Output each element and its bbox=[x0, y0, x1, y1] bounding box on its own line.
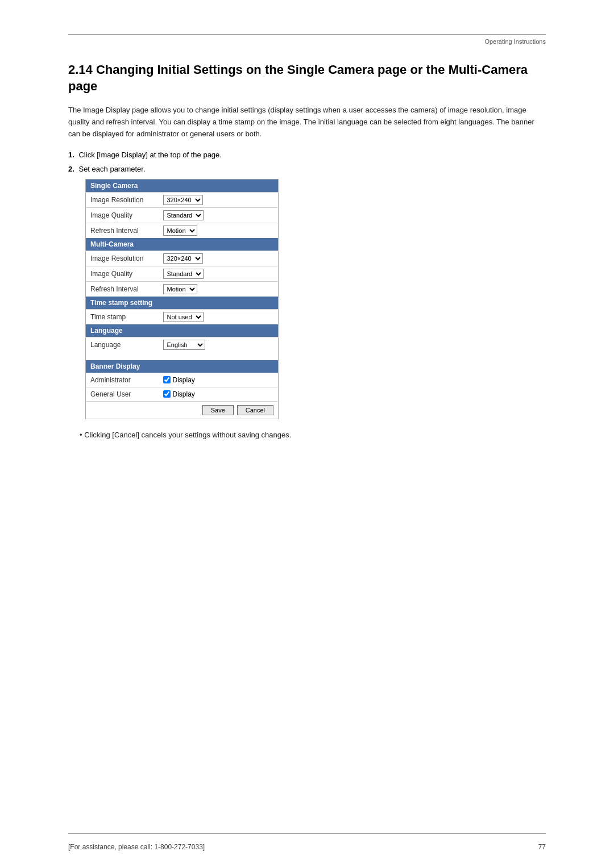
select-1-0[interactable]: 320×240640×480 bbox=[163, 253, 203, 264]
save-button[interactable]: Save bbox=[202, 405, 234, 415]
checkbox-4-0[interactable] bbox=[163, 376, 171, 383]
row-value-0-1[interactable]: StandardHighLow bbox=[160, 207, 279, 223]
footer-content: [For assistance, please call: 1-800-272-… bbox=[68, 843, 546, 851]
row-label-0-0: Image Resolution bbox=[86, 192, 160, 207]
select-1-2[interactable]: Motion1s2s5s bbox=[163, 284, 197, 294]
bullet-note: • Clicking [Cancel] cancels your setting… bbox=[80, 431, 546, 439]
row-value-2-0[interactable]: Not usedUsed bbox=[160, 309, 279, 324]
table-row: Time stampNot usedUsed bbox=[86, 309, 279, 324]
table-row: Image Resolution320×240640×480 bbox=[86, 192, 279, 207]
row-value-1-2[interactable]: Motion1s2s5s bbox=[160, 281, 279, 297]
header-line bbox=[68, 34, 546, 35]
row-value-0-2[interactable]: Motion1s2s5s bbox=[160, 223, 279, 238]
checkbox-4-1[interactable] bbox=[163, 390, 171, 398]
operating-instructions-label: Operating Instructions bbox=[68, 38, 546, 45]
select-0-1[interactable]: StandardHighLow bbox=[163, 210, 204, 220]
row-label-0-2: Refresh Interval bbox=[86, 223, 160, 238]
row-value-0-0[interactable]: 320×240640×480 bbox=[160, 192, 279, 207]
table-row: Image QualityStandardHighLow bbox=[86, 266, 279, 281]
bullet-symbol: • bbox=[80, 431, 84, 439]
row-label-1-0: Image Resolution bbox=[86, 251, 160, 266]
table-row: General UserDisplay bbox=[86, 387, 279, 401]
row-value-1-1[interactable]: StandardHighLow bbox=[160, 266, 279, 281]
table-row: LanguageEnglishJapaneseFrenchGermanSpani… bbox=[86, 337, 279, 352]
row-value-4-0[interactable]: Display bbox=[160, 373, 279, 387]
row-label-1-2: Refresh Interval bbox=[86, 281, 160, 297]
cancel-button[interactable]: Cancel bbox=[237, 405, 273, 415]
row-label-4-0: Administrator bbox=[86, 373, 160, 387]
step-1-number: 1. bbox=[68, 151, 74, 159]
save-cancel-row: SaveCancel bbox=[86, 401, 279, 419]
select-3-0[interactable]: EnglishJapaneseFrenchGermanSpanishItalia… bbox=[163, 340, 205, 350]
row-label-4-1: General User bbox=[86, 387, 160, 401]
step-2: 2. Set each parameter. bbox=[68, 165, 546, 173]
section-header-4: Banner Display bbox=[86, 360, 279, 373]
section-header-3: Language bbox=[86, 324, 279, 337]
footer-line bbox=[68, 833, 546, 834]
select-1-1[interactable]: StandardHighLow bbox=[163, 269, 204, 279]
row-label-3-0: Language bbox=[86, 337, 160, 352]
step-2-text: Set each parameter. bbox=[78, 165, 145, 173]
table-row: Refresh IntervalMotion1s2s5s bbox=[86, 223, 279, 238]
step-1: 1. Click [Image Display] at the top of t… bbox=[68, 151, 546, 159]
table-row: AdministratorDisplay bbox=[86, 373, 279, 387]
table-row: Image Resolution320×240640×480 bbox=[86, 251, 279, 266]
step-2-number: 2. bbox=[68, 165, 74, 173]
select-0-0[interactable]: 320×240640×480 bbox=[163, 195, 203, 205]
checkbox-label-4-0: Display bbox=[173, 376, 195, 384]
checkbox-label-4-1: Display bbox=[173, 390, 195, 398]
table-row: Image QualityStandardHighLow bbox=[86, 207, 279, 223]
section-header-1: Multi-Camera bbox=[86, 238, 279, 251]
row-label-2-0: Time stamp bbox=[86, 309, 160, 324]
page-title: 2.14 Changing Initial Settings on the Si… bbox=[68, 62, 546, 94]
spacer-row bbox=[86, 352, 279, 360]
footer-assistance: [For assistance, please call: 1-800-272-… bbox=[68, 843, 205, 851]
footer-page-number: 77 bbox=[538, 843, 546, 851]
row-label-1-1: Image Quality bbox=[86, 266, 160, 281]
row-label-0-1: Image Quality bbox=[86, 207, 160, 223]
table-row: Refresh IntervalMotion1s2s5s bbox=[86, 281, 279, 297]
intro-paragraph: The Image Display page allows you to cha… bbox=[68, 105, 546, 140]
row-value-4-1[interactable]: Display bbox=[160, 387, 279, 401]
bullet-note-text: Clicking [Cancel] cancels your settings … bbox=[84, 431, 291, 439]
page-container: Operating Instructions 2.14 Changing Ini… bbox=[0, 0, 614, 868]
row-value-1-0[interactable]: 320×240640×480 bbox=[160, 251, 279, 266]
select-2-0[interactable]: Not usedUsed bbox=[163, 312, 204, 322]
section-header-0: Single Camera bbox=[86, 179, 279, 192]
step-1-text: Click [Image Display] at the top of the … bbox=[78, 151, 221, 159]
section-header-2: Time stamp setting bbox=[86, 297, 279, 310]
row-value-3-0[interactable]: EnglishJapaneseFrenchGermanSpanishItalia… bbox=[160, 337, 279, 352]
select-0-2[interactable]: Motion1s2s5s bbox=[163, 226, 197, 236]
settings-table: Single CameraImage Resolution320×240640×… bbox=[85, 179, 279, 419]
